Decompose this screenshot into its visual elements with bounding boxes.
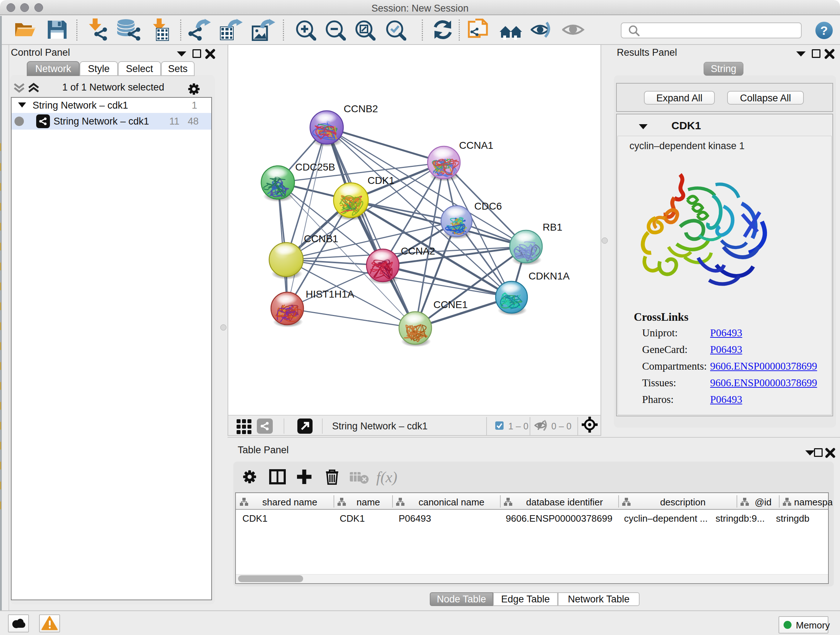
svg-text:RB1: RB1: [543, 222, 562, 233]
svg-text:CDKN1A: CDKN1A: [529, 271, 570, 282]
svg-text:CCNB2: CCNB2: [344, 103, 378, 114]
svg-text:CDC6: CDC6: [474, 201, 502, 212]
svg-text:CDC25B: CDC25B: [295, 162, 335, 173]
svg-text:CDK1: CDK1: [368, 175, 395, 186]
svg-text:HIST1H1A: HIST1H1A: [306, 288, 354, 300]
svg-text:CCNA2: CCNA2: [401, 245, 435, 257]
svg-text:CCNA1: CCNA1: [459, 140, 493, 151]
svg-text:CCNE1: CCNE1: [433, 299, 468, 310]
svg-text:CCNB1: CCNB1: [304, 233, 338, 244]
